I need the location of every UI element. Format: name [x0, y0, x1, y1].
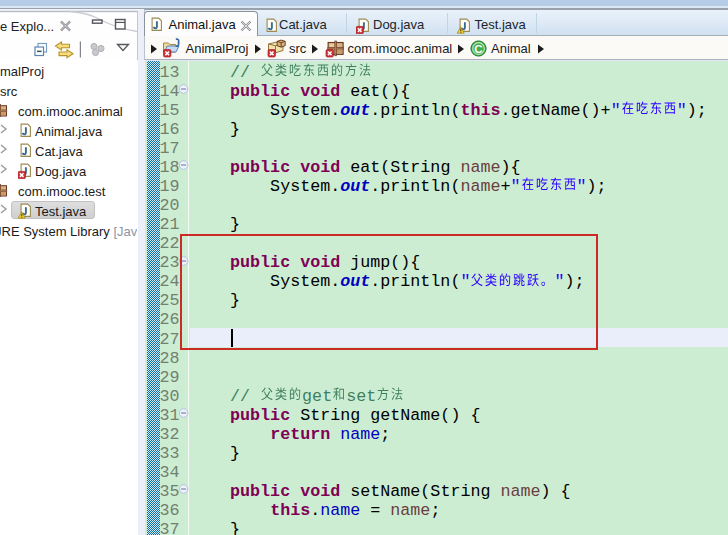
svg-text:C: C: [474, 43, 482, 55]
